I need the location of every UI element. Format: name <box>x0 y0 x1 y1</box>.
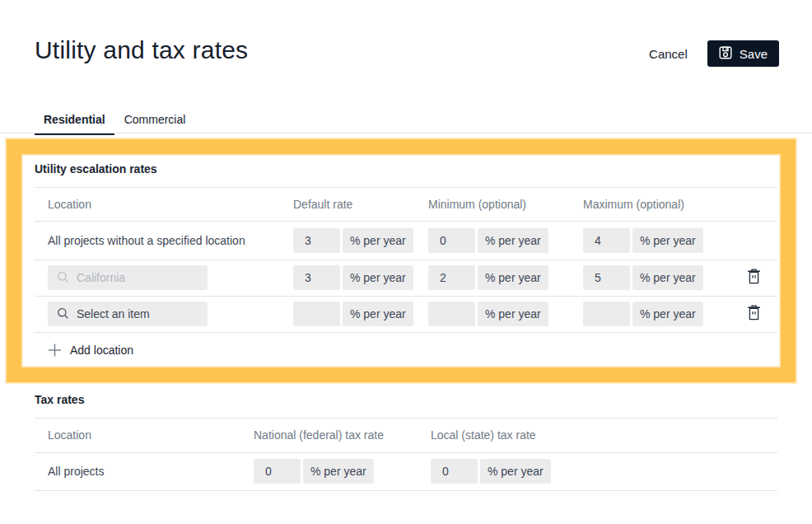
table-row-all-projects: All projects without a specified locatio… <box>35 221 777 260</box>
unit-suffix: % per year <box>478 228 548 253</box>
default-rate-input[interactable] <box>293 302 340 326</box>
minimum-rate-field: % per year <box>428 228 548 253</box>
national-tax-input[interactable] <box>254 459 301 484</box>
tab-bar-divider <box>0 133 812 133</box>
maximum-rate-field: % per year <box>583 228 703 253</box>
minimum-rate-field: % per year <box>428 302 548 326</box>
minimum-rate-input[interactable] <box>428 228 475 253</box>
utility-table-header-row: Location Default rate Minimum (optional)… <box>35 187 777 221</box>
maximum-rate-input[interactable] <box>583 302 630 326</box>
search-icon <box>57 307 69 320</box>
add-location-button[interactable]: Add location <box>48 343 133 357</box>
unit-suffix: % per year <box>478 302 548 326</box>
tax-section-title: Tax rates <box>35 393 84 406</box>
unit-suffix: % per year <box>632 302 703 326</box>
default-rate-field: % per year <box>293 265 413 290</box>
unit-suffix: % per year <box>632 265 703 290</box>
location-search-input[interactable] <box>77 265 200 290</box>
minimum-rate-input[interactable] <box>428 265 475 290</box>
add-location-row: Add location <box>35 332 777 367</box>
minimum-rate-input[interactable] <box>428 302 475 326</box>
column-header-national-tax: National (federal) tax rate <box>254 428 384 442</box>
tab-residential[interactable]: Residential <box>35 113 114 135</box>
minimum-rate-field: % per year <box>428 265 548 290</box>
location-search-select[interactable] <box>48 265 208 290</box>
unit-suffix: % per year <box>478 265 548 290</box>
delete-row-button[interactable] <box>743 303 764 325</box>
column-header-maximum: Maximum (optional) <box>583 198 684 211</box>
column-header-location: Location <box>48 198 91 211</box>
maximum-rate-input[interactable] <box>583 265 630 290</box>
search-icon <box>57 271 69 283</box>
column-header-location: Location <box>48 428 91 442</box>
save-icon <box>719 46 732 62</box>
national-tax-field: % per year <box>254 459 374 484</box>
default-rate-input[interactable] <box>293 265 340 290</box>
unit-suffix: % per year <box>343 265 413 290</box>
location-label: All projects without a specified locatio… <box>48 234 245 247</box>
location-label: All projects <box>48 465 104 478</box>
tab-commercial-label: Commercial <box>124 113 186 126</box>
local-tax-field: % per year <box>431 459 551 484</box>
page-title: Utility and tax rates <box>35 36 248 64</box>
maximum-rate-field: % per year <box>583 265 703 290</box>
cancel-button[interactable]: Cancel <box>649 47 688 61</box>
utility-section-title: Utility escalation rates <box>35 162 157 175</box>
tab-residential-label: Residential <box>44 113 105 126</box>
unit-suffix: % per year <box>343 228 413 253</box>
tab-bar: Residential Commercial <box>35 113 194 135</box>
trash-icon <box>747 305 761 323</box>
default-rate-field: % per year <box>293 302 413 326</box>
maximum-rate-input[interactable] <box>583 228 630 253</box>
table-row-new-location: % per year % per year % per year <box>35 296 777 332</box>
tax-row-all-projects: All projects % per year % per year <box>35 452 777 490</box>
table-row-california: % per year % per year % per year <box>35 260 777 296</box>
utility-tax-rates-page: Utility and tax rates Cancel Save Reside… <box>0 0 812 524</box>
unit-suffix: % per year <box>480 459 551 484</box>
local-tax-input[interactable] <box>431 459 478 484</box>
add-location-label: Add location <box>70 344 133 357</box>
tab-commercial[interactable]: Commercial <box>115 113 195 135</box>
header-actions: Cancel Save <box>649 40 779 67</box>
unit-suffix: % per year <box>303 459 374 484</box>
location-search-input[interactable] <box>77 302 200 326</box>
maximum-rate-field: % per year <box>583 302 703 326</box>
column-header-local-tax: Local (state) tax rate <box>431 428 536 442</box>
default-rate-field: % per year <box>293 228 413 253</box>
divider <box>35 490 777 491</box>
unit-suffix: % per year <box>343 302 413 326</box>
column-header-minimum: Minimum (optional) <box>428 198 526 211</box>
save-button-label: Save <box>740 47 768 61</box>
unit-suffix: % per year <box>632 228 703 253</box>
delete-row-button[interactable] <box>743 267 764 288</box>
trash-icon <box>747 269 761 287</box>
plus-icon <box>48 343 62 357</box>
save-button[interactable]: Save <box>707 40 779 67</box>
location-search-select[interactable] <box>48 302 208 326</box>
tax-table-header-row: Location National (federal) tax rate Loc… <box>35 418 777 452</box>
default-rate-input[interactable] <box>293 228 340 253</box>
column-header-default-rate: Default rate <box>293 198 352 211</box>
